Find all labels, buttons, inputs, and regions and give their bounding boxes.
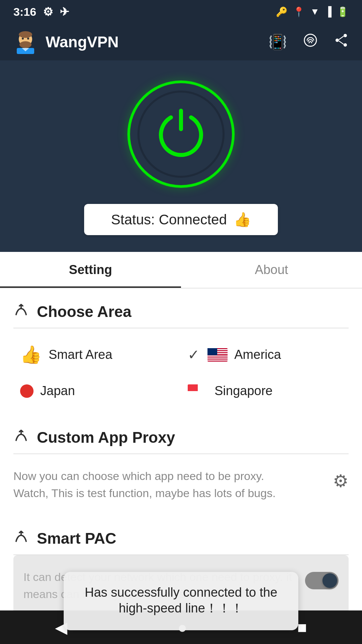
area-grid: 👍 Smart Area ✓ America Japan Singapore bbox=[13, 328, 349, 414]
proxy-icon bbox=[13, 428, 29, 447]
choose-area-icon bbox=[13, 302, 29, 321]
content: Choose Area 👍 Smart Area ✓ America Japan bbox=[0, 288, 362, 616]
proxy-section-header: Custom App Proxy bbox=[13, 414, 349, 454]
thumb-up-icon: 👍 bbox=[234, 211, 251, 228]
smart-pac-zone: Smart PAC It can detect your network whi… bbox=[13, 515, 349, 616]
smart-pac-dim-overlay: It can detect your network which one nee… bbox=[13, 555, 349, 616]
svg-point-7 bbox=[344, 34, 347, 37]
app-bar: WangVPN 📳 bbox=[0, 23, 362, 60]
location-icon: 📍 bbox=[293, 6, 305, 17]
settings-icon: ⚙ bbox=[43, 5, 53, 18]
status-text: Status: Connected bbox=[111, 212, 227, 228]
smart-area-icon: 👍 bbox=[20, 344, 42, 365]
smart-area-label: Smart Area bbox=[49, 347, 112, 362]
smart-pac-title: Smart PAC bbox=[37, 529, 116, 547]
toast-notification: Has successfully connected to the high-s… bbox=[64, 572, 298, 630]
status-button[interactable]: Status: Connected 👍 bbox=[84, 204, 278, 235]
app-bar-right: 📳 bbox=[268, 33, 349, 51]
send-icon: ✈ bbox=[60, 5, 69, 18]
choose-area-title: Choose Area bbox=[37, 303, 131, 321]
america-checkmark: ✓ bbox=[188, 346, 199, 363]
tab-setting[interactable]: Setting bbox=[0, 252, 181, 288]
svg-point-9 bbox=[336, 39, 339, 42]
proxy-content: Now you can choose which app need to be … bbox=[13, 461, 349, 508]
america-label: America bbox=[234, 347, 281, 362]
smart-pac-header: Smart PAC bbox=[13, 515, 349, 555]
vibrate-icon[interactable]: 📳 bbox=[268, 33, 287, 51]
status-bar-left: 3:16 ⚙ ✈ bbox=[13, 5, 69, 18]
power-section: Status: Connected 👍 bbox=[0, 60, 362, 252]
recents-button[interactable]: ■ bbox=[297, 618, 307, 637]
app-bar-left: WangVPN bbox=[13, 30, 119, 54]
power-icon bbox=[154, 107, 208, 161]
svg-line-10 bbox=[339, 36, 344, 40]
proxy-description: Now you can choose which app need to be … bbox=[13, 468, 333, 502]
signal-icon: ▐ bbox=[325, 6, 331, 17]
us-flag-icon bbox=[207, 348, 228, 362]
wifi-icon: ▼ bbox=[310, 6, 319, 17]
toast-message: Has successfully connected to the high-s… bbox=[85, 585, 278, 615]
smart-pac-icon bbox=[13, 529, 29, 548]
area-item-smart[interactable]: 👍 Smart Area bbox=[13, 335, 181, 374]
toggle-knob bbox=[322, 573, 337, 588]
svg-point-8 bbox=[344, 43, 347, 47]
japan-label: Japan bbox=[40, 384, 75, 398]
status-bar-right: 🔑 📍 ▼ ▐ 🔋 bbox=[276, 6, 349, 17]
singapore-label: Singapore bbox=[215, 384, 273, 398]
area-item-singapore[interactable]: Singapore bbox=[181, 374, 349, 408]
proxy-title: Custom App Proxy bbox=[37, 428, 175, 446]
sg-flag-icon bbox=[188, 384, 208, 398]
fingerprint-icon[interactable] bbox=[303, 33, 318, 51]
status-bar: 3:16 ⚙ ✈ 🔑 📍 ▼ ▐ 🔋 bbox=[0, 0, 362, 23]
svg-point-4 bbox=[27, 38, 29, 40]
key-icon: 🔑 bbox=[276, 6, 288, 17]
tabs: Setting About bbox=[0, 252, 362, 288]
proxy-gear-icon[interactable]: ⚙ bbox=[333, 471, 349, 491]
power-button[interactable] bbox=[127, 80, 235, 188]
svg-point-6 bbox=[304, 34, 316, 46]
time-display: 3:16 bbox=[13, 5, 36, 18]
app-title: WangVPN bbox=[46, 33, 119, 51]
battery-icon: 🔋 bbox=[337, 6, 349, 17]
smart-pac-toggle[interactable] bbox=[305, 572, 339, 589]
choose-area-header: Choose Area bbox=[13, 288, 349, 328]
svg-point-2 bbox=[19, 31, 32, 38]
power-button-inner bbox=[137, 91, 225, 178]
svg-point-1 bbox=[19, 41, 32, 48]
tab-about[interactable]: About bbox=[181, 252, 362, 288]
japan-dot-icon bbox=[20, 384, 34, 398]
svg-point-3 bbox=[22, 38, 24, 40]
area-item-america[interactable]: ✓ America bbox=[181, 335, 349, 374]
svg-line-11 bbox=[339, 41, 344, 44]
area-item-japan[interactable]: Japan bbox=[13, 374, 181, 408]
app-avatar bbox=[13, 30, 38, 54]
proxy-section: Now you can choose which app need to be … bbox=[13, 454, 349, 515]
share-icon[interactable] bbox=[334, 33, 349, 51]
smart-pac-toggle-container bbox=[305, 572, 339, 589]
